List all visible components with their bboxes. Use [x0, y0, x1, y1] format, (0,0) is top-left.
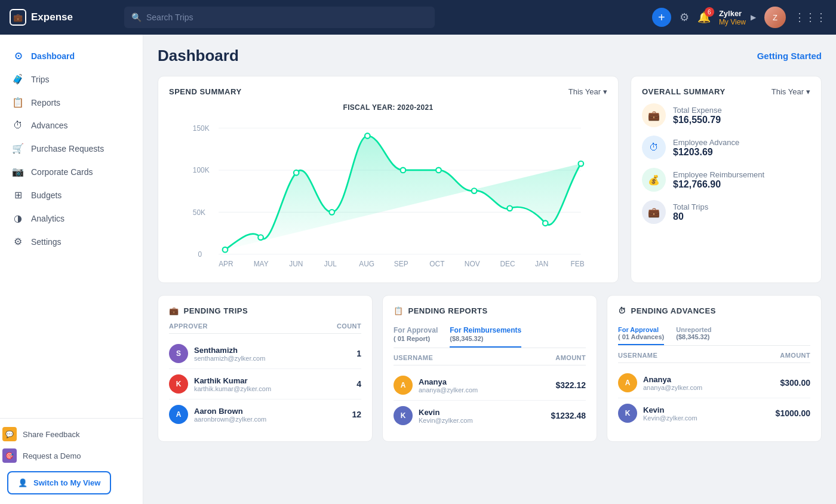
sidebar-item-trips[interactable]: 🧳Trips — [0, 67, 143, 91]
employee-reimbursement-icon: 💰 — [642, 168, 666, 192]
avatar: K — [394, 406, 413, 425]
row-name: Senthamizh — [194, 346, 356, 355]
sidebar: ⊙Dashboard🧳Trips📋Reports⏱Advances🛒Purcha… — [0, 35, 143, 504]
sidebar-item-advances[interactable]: ⏱Advances — [0, 114, 143, 137]
svg-text:NOV: NOV — [465, 260, 480, 268]
row-email: ananya@zylker.com — [643, 384, 780, 391]
advances-icon: ⏱ — [12, 120, 24, 131]
table-row: K Karthik Kumar karthik.kumar@zylker.com… — [169, 369, 361, 399]
pending-reports-rows: A Ananya ananya@zylker.com $322.12 K Kev… — [394, 370, 586, 431]
advances-icon: ⏱ — [618, 306, 626, 315]
svg-point-18 — [579, 161, 584, 167]
table-row: K Kevin Kevin@zylker.com $1000.00 — [618, 398, 810, 428]
request-demo-item[interactable]: 🎯 Request a Demo — [0, 445, 143, 466]
row-info: Kevin Kevin@zylker.com — [643, 405, 776, 422]
row-count: 12 — [352, 410, 361, 419]
settings-icon: ⚙ — [12, 236, 24, 247]
sidebar-item-purchase-requests[interactable]: 🛒Purchase Requests — [0, 137, 143, 160]
sidebar-divider — [0, 418, 143, 419]
avatar: A — [169, 405, 188, 424]
sidebar-label-analytics: Analytics — [31, 214, 64, 223]
svg-text:JUL: JUL — [324, 260, 337, 268]
overall-summary-card: OVERALL SUMMARY This Year ▾ 💼 Total Expe… — [631, 76, 822, 283]
settings-button[interactable]: ⚙ — [680, 11, 689, 24]
employee-advance-label: Employee Advance — [673, 138, 739, 147]
tab-advances-unreported[interactable]: Unreported($8,345.32) — [676, 322, 711, 345]
app-body: ⊙Dashboard🧳Trips📋Reports⏱Advances🛒Purcha… — [0, 35, 836, 504]
trips-col-approver: APPROVER — [169, 322, 208, 330]
summary-items: 💼 Total Expense $16,550.79 ⏱ Employee Ad… — [642, 103, 810, 224]
sidebar-item-dashboard[interactable]: ⊙Dashboard — [0, 44, 143, 67]
row1: SPEND SUMMARY This Year ▾ FISCAL YEAR: 2… — [158, 76, 822, 283]
pending-trips-title: 💼 PENDING TRIPS — [169, 306, 361, 315]
add-button[interactable]: + — [652, 8, 671, 27]
sidebar-label-reports: Reports — [31, 98, 60, 107]
share-feedback-label: Share Feedback — [23, 430, 79, 439]
tab-advances-for-approval[interactable]: For Approval( 01 Advances) — [618, 322, 664, 345]
row-count: 1 — [356, 349, 361, 358]
chevron-down-icon: ▾ — [603, 87, 607, 96]
tab-for-reimbursements[interactable]: For Reimbursements($8,345.32) — [450, 322, 521, 348]
sidebar-item-analytics[interactable]: ◑Analytics — [0, 207, 143, 230]
advances-col-username: USERNAME — [618, 352, 657, 359]
reports-icon: 📋 — [394, 306, 404, 315]
row-info: Kevin Kevin@zylker.com — [419, 408, 551, 424]
sidebar-label-settings: Settings — [31, 237, 62, 247]
svg-point-17 — [543, 220, 548, 226]
row-amount: $322.12 — [555, 380, 586, 390]
svg-text:APR: APR — [219, 260, 233, 268]
reports-col-amount: AMOUNT — [555, 354, 586, 361]
total-expense-label: Total Expense — [673, 106, 722, 115]
reports-col-username: USERNAME — [394, 354, 433, 361]
employee-reimbursement-label: Employee Reimbursement — [673, 170, 764, 179]
avatar: K — [618, 404, 637, 423]
svg-text:AUG: AUG — [359, 260, 374, 268]
advances-tabs: For Approval( 01 Advances) Unreported($8… — [618, 322, 810, 346]
svg-point-8 — [223, 247, 228, 253]
spend-chart-svg: 150K 100K 50K 0 — [169, 116, 607, 272]
svg-point-16 — [507, 206, 512, 211]
getting-started-link[interactable]: Getting Started — [757, 51, 822, 61]
row-name: Ananya — [643, 375, 780, 384]
overall-period-select[interactable]: This Year ▾ — [772, 87, 810, 96]
share-feedback-item[interactable]: 💬 Share Feedback — [0, 423, 143, 445]
search-bar[interactable]: 🔍 — [124, 7, 435, 28]
spend-summary-header: SPEND SUMMARY This Year ▾ — [169, 87, 607, 96]
chevron-right-icon: ▶ — [751, 13, 756, 21]
gear-icon: ⚙ — [680, 11, 689, 24]
row-info: Senthamizh senthamizh@zylker.com — [194, 346, 356, 362]
pending-trips-rows: S Senthamizh senthamizh@zylker.com 1 K K… — [169, 339, 361, 429]
sidebar-item-budgets[interactable]: ⊞Budgets — [0, 183, 143, 207]
sidebar-item-corporate-cards[interactable]: 📷Corporate Cards — [0, 160, 143, 183]
avatar[interactable]: Z — [764, 7, 786, 28]
demo-icon: 🎯 — [2, 448, 17, 463]
row-info: Karthik Kumar karthik.kumar@zylker.com — [194, 376, 356, 392]
total-expense-info: Total Expense $16,550.79 — [673, 106, 722, 125]
sidebar-item-settings[interactable]: ⚙Settings — [0, 230, 143, 253]
spend-chart: 150K 100K 50K 0 — [169, 116, 607, 272]
avatar: S — [169, 344, 188, 363]
pending-advances-rows: A Ananya ananya@zylker.com $300.00 K Kev… — [618, 368, 810, 428]
spend-period-select[interactable]: This Year ▾ — [568, 87, 607, 96]
sidebar-bottom: 💬 Share Feedback 🎯 Request a Demo 👤 Swit… — [0, 413, 143, 494]
total-trips-label: Total Trips — [673, 202, 708, 211]
app-name: Expense — [31, 11, 73, 23]
total-expense-icon: 💼 — [642, 103, 666, 127]
search-input[interactable] — [146, 13, 428, 22]
trips-col-count: COUNT — [337, 322, 361, 330]
sidebar-label-dashboard: Dashboard — [31, 51, 75, 61]
avatar: A — [618, 373, 637, 392]
switch-view-button[interactable]: 👤 Switch to My View — [7, 471, 111, 494]
svg-point-10 — [294, 170, 299, 176]
tab-for-approval[interactable]: For Approval( 01 Report) — [394, 322, 438, 348]
notifications-button[interactable]: 🔔 6 — [697, 11, 711, 24]
row-count: 4 — [356, 379, 361, 389]
sidebar-item-reports[interactable]: 📋Reports — [0, 91, 143, 114]
user-info: Zylker My View ▶ — [719, 9, 756, 26]
employee-reimbursement-value: $12,766.90 — [673, 179, 764, 190]
grid-icon[interactable]: ⋮⋮⋮ — [794, 11, 826, 24]
avatar: K — [169, 374, 188, 394]
svg-text:FEB: FEB — [571, 260, 585, 268]
svg-point-9 — [258, 235, 263, 240]
svg-point-13 — [401, 168, 406, 173]
